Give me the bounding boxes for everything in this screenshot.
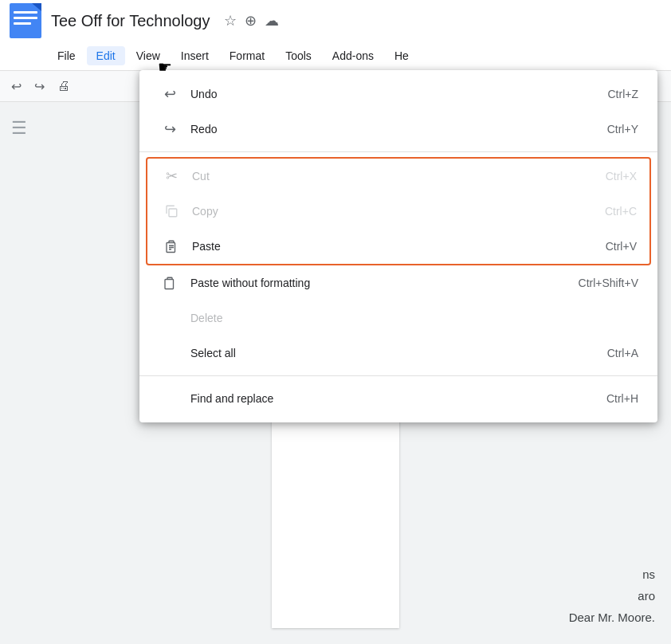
svg-rect-10 bbox=[165, 280, 174, 289]
top-bar: Tee Off for Technology ☆ ⊕ ☁ bbox=[0, 0, 671, 41]
edit-dropdown: ↩ Undo Ctrl+Z ↪ Redo Ctrl+Y ✂ Cut Ctrl+X bbox=[139, 70, 657, 422]
menu-file[interactable]: File bbox=[48, 46, 85, 65]
menu-view[interactable]: View bbox=[127, 46, 170, 65]
copy-shortcut: Ctrl+C bbox=[605, 205, 637, 218]
sidebar-list-icon: ☰ bbox=[11, 118, 27, 139]
find-replace-label: Find and replace bbox=[190, 392, 606, 405]
cut-shortcut: Ctrl+X bbox=[606, 170, 637, 183]
folder-icon[interactable]: ⊕ bbox=[245, 12, 257, 29]
menu-addons[interactable]: Add-ons bbox=[323, 46, 383, 65]
delete-label: Delete bbox=[190, 312, 638, 324]
undo-icon: ↩ bbox=[159, 85, 181, 103]
clipboard-highlight-box: ✂ Cut Ctrl+X Copy Ctrl+C bbox=[146, 157, 651, 265]
undo-toolbar-btn[interactable]: ↩ bbox=[6, 76, 26, 97]
find-replace-shortcut: Ctrl+H bbox=[606, 392, 638, 405]
undo-shortcut: Ctrl+Z bbox=[608, 88, 639, 100]
menu-insert[interactable]: Insert bbox=[171, 46, 218, 65]
menu-item-cut[interactable]: ✂ Cut Ctrl+X bbox=[147, 159, 649, 194]
menu-tools[interactable]: Tools bbox=[276, 46, 321, 65]
redo-toolbar-btn[interactable]: ↪ bbox=[29, 76, 49, 97]
svg-rect-0 bbox=[10, 3, 41, 38]
divider-1 bbox=[139, 151, 657, 152]
svg-rect-3 bbox=[14, 22, 31, 25]
menu-edit[interactable]: Edit bbox=[87, 46, 125, 65]
menu-item-paste[interactable]: Paste Ctrl+V bbox=[147, 229, 649, 264]
cut-icon: ✂ bbox=[160, 167, 182, 185]
menu-item-undo[interactable]: ↩ Undo Ctrl+Z bbox=[139, 77, 657, 112]
paste-noformat-icon bbox=[159, 276, 181, 290]
menu-help[interactable]: He bbox=[385, 46, 418, 65]
divider-2 bbox=[139, 375, 657, 376]
paste-label: Paste bbox=[192, 240, 606, 253]
app-background: Tee Off for Technology ☆ ⊕ ☁ File Edit V… bbox=[0, 0, 671, 644]
svg-rect-2 bbox=[14, 17, 37, 19]
star-icon[interactable]: ☆ bbox=[224, 12, 237, 29]
doc-line-2: aro bbox=[569, 585, 655, 607]
paste-noformat-shortcut: Ctrl+Shift+V bbox=[579, 277, 638, 289]
print-toolbar-btn[interactable]: 🖨 bbox=[53, 76, 75, 96]
app-icon bbox=[10, 3, 41, 38]
paste-icon bbox=[160, 239, 182, 253]
doc-title[interactable]: Tee Off for Technology bbox=[51, 12, 210, 30]
menu-item-find-replace[interactable]: Find and replace Ctrl+H bbox=[139, 381, 657, 416]
doc-line-1: ns bbox=[569, 564, 655, 585]
select-all-label: Select all bbox=[190, 347, 607, 359]
menu-item-paste-no-format[interactable]: Paste without formatting Ctrl+Shift+V bbox=[139, 265, 657, 300]
menu-bar: File Edit View Insert Format Tools Add-o… bbox=[0, 41, 671, 70]
cut-label: Cut bbox=[192, 170, 606, 183]
redo-icon: ↪ bbox=[159, 120, 181, 138]
title-icons: ☆ ⊕ ☁ bbox=[224, 12, 279, 29]
svg-rect-1 bbox=[14, 11, 37, 14]
select-all-shortcut: Ctrl+A bbox=[607, 347, 638, 359]
copy-label: Copy bbox=[192, 205, 605, 218]
undo-label: Undo bbox=[190, 88, 608, 100]
copy-icon bbox=[160, 204, 182, 218]
doc-text-preview: ns aro Dear Mr. Moore. bbox=[569, 564, 655, 628]
paste-noformat-label: Paste without formatting bbox=[190, 277, 579, 289]
redo-shortcut: Ctrl+Y bbox=[607, 123, 638, 135]
menu-format[interactable]: Format bbox=[220, 46, 274, 65]
cloud-icon[interactable]: ☁ bbox=[265, 12, 279, 29]
svg-rect-5 bbox=[169, 209, 177, 217]
menu-item-select-all[interactable]: Select all Ctrl+A bbox=[139, 336, 657, 371]
doc-line-3: Dear Mr. Moore. bbox=[569, 607, 655, 628]
redo-label: Redo bbox=[190, 123, 607, 135]
paste-shortcut: Ctrl+V bbox=[606, 240, 637, 253]
menu-item-redo[interactable]: ↪ Redo Ctrl+Y bbox=[139, 112, 657, 147]
menu-item-copy[interactable]: Copy Ctrl+C bbox=[147, 194, 649, 229]
menu-item-delete[interactable]: Delete bbox=[139, 300, 657, 336]
